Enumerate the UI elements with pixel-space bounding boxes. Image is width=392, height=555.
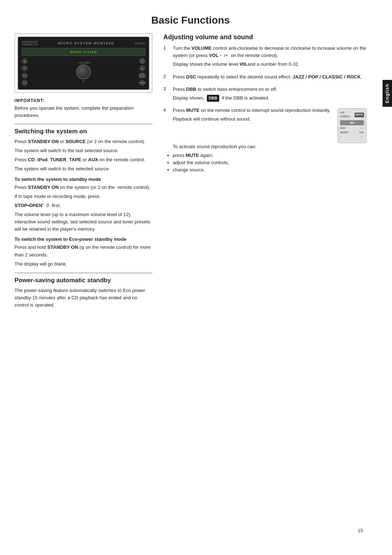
step-3-indent: Display shows: DBB if the DBB is activat… <box>173 94 367 102</box>
important-box: IMPORTANT: Before you operate the system… <box>15 98 152 119</box>
step-2: 2 Press DSC repeatedly to select the des… <box>163 73 367 82</box>
device-display: MICRO SYSTEM <box>22 48 145 56</box>
dbb-indicator: DBB <box>207 95 219 102</box>
bullet-1: press MUTE again; <box>173 152 367 159</box>
remote-image: LAYX/MENU MUTE ◀ ▶ ASN RESET – <box>338 108 367 143</box>
standby-text1: Press STANDBY ON on the system (or 2 on … <box>15 184 152 191</box>
left-buttons: ▶ CD iPod AUX <box>22 58 28 86</box>
step-4-content: LAYX/MENU MUTE ◀ ▶ ASN RESET – <box>173 107 367 174</box>
btn-3: iPod <box>22 73 28 78</box>
page-title: Basic Functions <box>0 0 392 26</box>
power-saving-text: The power-saving feature automatically s… <box>15 287 152 309</box>
step-1: 1 Turn the VOLUME control anti-clockwise… <box>163 45 367 70</box>
step-3-content: Press DBB to switch bass enhancement on … <box>173 86 367 103</box>
left-column: ADD/PRESETSTANDBY ON MICRO SYSTEM MCM196… <box>15 33 152 314</box>
btn-4: AUX <box>22 80 28 86</box>
btn-2: CD <box>22 65 28 71</box>
stop-open-text: STOP•OPEN˚ 0 first. <box>15 202 152 209</box>
step-1-text: Turn the VOLUME control anti-clockwise t… <box>173 45 367 59</box>
step-4-activate: To activate sound reproduction you can: <box>173 143 367 150</box>
step-2-content: Press DSC repeatedly to select the desir… <box>173 73 367 82</box>
remote-left-group: ASN RESET – <box>340 126 348 139</box>
btn-8: TUNING <box>139 80 145 86</box>
device-top-bar: ADD/PRESETSTANDBY ON MICRO SYSTEM MCM196… <box>22 41 145 46</box>
adjusting-heading: Adjusting volume and sound <box>163 33 367 41</box>
step-3-text: Press DBB to switch bass enhancement on … <box>173 86 367 93</box>
remote-middle-row: ASN RESET – + VOL – <box>340 126 364 139</box>
btn-6: ◉ <box>139 65 145 71</box>
device-image: ADD/PRESETSTANDBY ON MICRO SYSTEM MCM196… <box>15 33 152 93</box>
eco-text1: Press and hold STANDBY ON (ψ on the remo… <box>15 244 152 258</box>
switching-para1: Press STANDBY ON or SOURCE (or 2 on the … <box>15 138 152 145</box>
right-buttons: ⊙ ◉ ALBUMPRESET TUNING <box>139 58 145 86</box>
standby-text3: The volume level (up to a maximum volume… <box>15 211 152 233</box>
important-text: Before you operate the system, complete … <box>15 105 152 119</box>
device-brand: MICRO SYSTEM MCM196D <box>38 41 134 45</box>
volume-knob <box>76 65 91 79</box>
standby-text2: If in tape mode or recording mode, press <box>15 193 152 200</box>
step-1-indent: Display shows the volume level VOLand a … <box>173 61 367 68</box>
bullet-2: adjust the volume controls; <box>173 159 367 166</box>
step-3-num: 3 <box>163 86 169 92</box>
eco-heading: To switch the system to Eco-power standb… <box>15 236 152 242</box>
power-saving-section: Power-saving automatic standby The power… <box>15 273 152 309</box>
center-controls: ← VOLUME + M <box>75 61 92 82</box>
device-mock: ADD/PRESETSTANDBY ON MICRO SYSTEM MCM196… <box>18 37 149 90</box>
eco-text2: The display will go blank. <box>15 260 152 268</box>
power-saving-heading: Power-saving automatic standby <box>15 277 152 284</box>
step-4: 4 LAYX/MENU MUTE ◀ ▶ <box>163 107 367 174</box>
step-2-num: 2 <box>163 73 169 79</box>
step-4-bullets: press MUTE again; adjust the volume cont… <box>173 152 367 174</box>
page-number: 15 <box>358 528 363 533</box>
remote-mute-btn: MUTE <box>355 113 364 117</box>
step-3: 3 Press DBB to switch bass enhancement o… <box>163 86 367 103</box>
adjusting-section: Adjusting volume and sound 1 Turn the VO… <box>163 33 367 174</box>
switching-section: Switching the system on Press STANDBY ON… <box>15 124 152 268</box>
step-1-num: 1 <box>163 45 169 50</box>
remote-right-group: + VOL – <box>359 126 364 139</box>
language-tab: English <box>383 80 392 107</box>
remote-top-row: LAYX/MENU MUTE <box>340 111 364 119</box>
step-1-content: Turn the VOLUME control anti-clockwise t… <box>173 45 367 70</box>
switching-para2: The system will switch to the last selec… <box>15 147 152 154</box>
switching-para4: The system will switch to the selected s… <box>15 165 152 173</box>
btn-5: ⊙ <box>139 58 145 64</box>
btn-7: ALBUMPRESET <box>139 73 145 78</box>
switching-heading: Switching the system on <box>15 128 152 135</box>
switching-para3: Press CD, iPod, TUNER, TAPE or AUX on th… <box>15 156 152 163</box>
step-4-num: 4 <box>163 107 169 113</box>
remote-mock: LAYX/MENU MUTE ◀ ▶ ASN RESET – <box>338 108 367 143</box>
remote-nav-bar: ◀ ▶ <box>340 120 364 125</box>
standby-heading: To switch the system to standby mode <box>15 177 152 182</box>
bullet-3: change source. <box>173 166 367 174</box>
step-2-text: Press DSC repeatedly to select the desir… <box>173 73 367 81</box>
important-label: IMPORTANT: <box>15 98 152 103</box>
right-column: Adjusting volume and sound 1 Turn the VO… <box>163 33 377 314</box>
btn-1: ▶ <box>22 58 28 64</box>
